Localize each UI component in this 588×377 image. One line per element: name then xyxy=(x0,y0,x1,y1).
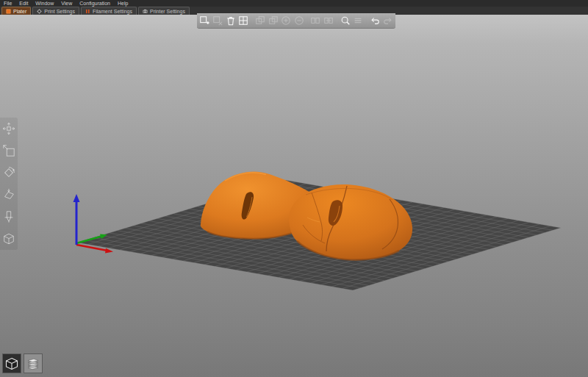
model-mouse-detailed[interactable] xyxy=(289,184,412,260)
layer-stack-icon xyxy=(26,356,40,371)
tab-label: Filament Settings xyxy=(93,9,132,14)
arrange-button[interactable] xyxy=(238,15,249,27)
plater-toolbar xyxy=(197,13,395,29)
tab-printer-settings[interactable]: Printer Settings xyxy=(138,7,190,15)
solid-cube-icon xyxy=(4,356,19,371)
add-instance-button[interactable] xyxy=(255,15,266,27)
menu-edit[interactable]: Edit xyxy=(15,0,32,7)
increase-copies-button[interactable] xyxy=(281,15,292,27)
layers-view-button[interactable] xyxy=(353,15,364,27)
view-switch xyxy=(2,353,43,373)
place-on-face-gizmo-button[interactable] xyxy=(1,187,17,203)
tab-plater[interactable]: Plater xyxy=(1,7,31,15)
menu-configuration[interactable]: Configuration xyxy=(76,0,114,7)
tab-print-settings[interactable]: Print Settings xyxy=(32,7,79,15)
menu-file[interactable]: File xyxy=(0,0,15,7)
settings-cube-button[interactable] xyxy=(1,231,17,247)
plater-cube-icon xyxy=(6,9,11,14)
gear-icon xyxy=(37,9,42,14)
move-gizmo-button[interactable] xyxy=(1,121,17,137)
tab-label: Print Settings xyxy=(44,9,75,14)
delete-all-button[interactable] xyxy=(225,15,236,27)
scale-gizmo-button[interactable] xyxy=(1,143,17,159)
delete-object-button[interactable] xyxy=(212,15,223,27)
menu-help[interactable]: Help xyxy=(114,0,132,7)
filament-icon xyxy=(85,9,90,14)
undo-button[interactable] xyxy=(370,15,381,27)
rotate-gizmo-button[interactable] xyxy=(1,165,17,181)
split-to-objects-button[interactable] xyxy=(310,15,321,27)
split-to-parts-button[interactable] xyxy=(323,15,334,27)
scene-canvas[interactable] xyxy=(0,0,588,377)
decrease-copies-button[interactable] xyxy=(293,15,304,27)
menu-view[interactable]: View xyxy=(57,0,76,7)
slicer-window: File Edit Window View Configuration Help… xyxy=(0,0,588,377)
editor-3d-view-button[interactable] xyxy=(2,353,21,373)
printer-icon xyxy=(143,9,148,14)
zoom-button[interactable] xyxy=(340,15,351,27)
tab-label: Printer Settings xyxy=(150,9,185,14)
menu-window[interactable]: Window xyxy=(32,0,57,7)
preview-view-button[interactable] xyxy=(24,353,43,373)
tab-label: Plater xyxy=(13,9,26,14)
add-object-button[interactable] xyxy=(199,15,210,27)
redo-button[interactable] xyxy=(382,15,393,27)
menu-bar: File Edit Window View Configuration Help xyxy=(0,0,588,7)
remove-instance-button[interactable] xyxy=(268,15,279,27)
gizmo-toolbar xyxy=(0,118,18,250)
tab-filament-settings[interactable]: Filament Settings xyxy=(81,7,137,15)
cut-gizmo-button[interactable] xyxy=(1,209,17,225)
